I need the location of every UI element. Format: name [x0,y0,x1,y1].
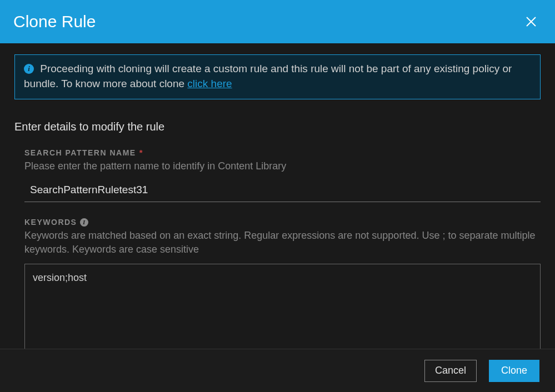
keywords-label: KEYWORDS i [24,218,541,227]
keywords-input[interactable] [24,264,541,349]
section-prompt: Enter details to modify the rule [14,120,541,133]
info-icon: i [24,64,34,74]
search-pattern-input[interactable] [24,180,541,202]
cancel-button[interactable]: Cancel [424,360,477,382]
search-pattern-field-group: SEARCH PATTERN NAME * Please enter the p… [14,148,541,202]
keywords-help: Keywords are matched based on an exact s… [24,229,541,256]
keywords-field-group: KEYWORDS i Keywords are matched based on… [14,218,541,349]
info-banner: i Proceeding with cloning will create a … [14,54,541,99]
close-button[interactable] [523,13,539,30]
keywords-label-text: KEYWORDS [24,218,77,227]
info-banner-text: Proceeding with cloning will create a cu… [24,63,512,89]
search-pattern-label: SEARCH PATTERN NAME * [24,148,541,157]
search-pattern-label-text: SEARCH PATTERN NAME [24,148,136,157]
info-banner-link[interactable]: click here [187,78,232,89]
clone-button[interactable]: Clone [489,360,539,382]
required-asterisk: * [139,148,143,157]
clone-rule-dialog: Clone Rule i Proceeding with cloning wil… [0,0,555,392]
search-pattern-help: Please enter the pattern name to identif… [24,159,541,173]
close-icon [526,17,536,27]
dialog-footer: Cancel Clone [0,349,555,392]
dialog-header: Clone Rule [0,0,555,43]
help-icon[interactable]: i [80,218,88,227]
dialog-title: Clone Rule [13,12,96,31]
dialog-content: i Proceeding with cloning will create a … [0,43,555,349]
